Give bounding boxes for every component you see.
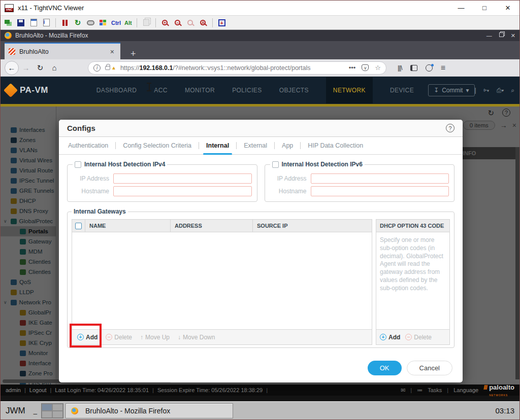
ipv4-detection-checkbox[interactable]: [75, 161, 81, 168]
ctrl-alt-del-icon[interactable]: [87, 20, 94, 25]
tasks-icon[interactable]: ≔: [417, 387, 422, 394]
messages-envelope-icon[interactable]: ✉: [401, 387, 405, 394]
sidebar-toggle-icon[interactable]: [410, 65, 417, 71]
connection-info-icon[interactable]: i: [43, 19, 50, 26]
connection-options-icon[interactable]: [30, 19, 37, 26]
save-session-icon[interactable]: [17, 19, 24, 26]
paloalto-favicon: [9, 48, 15, 55]
column-address[interactable]: ADDRESS: [171, 220, 253, 232]
page-actions-icon[interactable]: •••: [349, 64, 356, 72]
plus-icon: +: [77, 334, 84, 340]
ipv6-detection-checkbox[interactable]: [272, 161, 279, 168]
ipv4-hostname-input[interactable]: [113, 186, 252, 196]
pause-icon[interactable]: [60, 19, 70, 27]
firefox-titlebar: BruhloAlto - Mozilla Firefox — ✕: [1, 30, 519, 41]
tab-title: BruhloAlto: [19, 48, 108, 55]
tab-internal[interactable]: Internal: [205, 137, 230, 154]
cancel-button[interactable]: Cancel: [407, 361, 452, 375]
reload-button[interactable]: ↻: [33, 61, 47, 75]
alt-key-button[interactable]: Alt: [124, 20, 132, 26]
gateways-table-footer: +Add −Delete ↑Move Up ↓Move Down: [72, 329, 372, 344]
footer-user: admin: [6, 387, 21, 393]
firefox-restore-button[interactable]: [499, 32, 504, 37]
dialog-help-icon[interactable]: ?: [446, 124, 454, 132]
home-button[interactable]: ⌂: [47, 61, 61, 75]
pa-vm-page: PA-VM DASHBOARD ACC MONITOR POLICIES OBJ…: [1, 77, 519, 402]
new-connection-icon[interactable]: [4, 19, 13, 27]
nav-separator: |: [475, 87, 476, 94]
nav-monitor[interactable]: MONITOR: [185, 87, 215, 94]
vnc-minimize-button[interactable]: —: [449, 1, 473, 15]
language-link[interactable]: Language: [453, 387, 478, 393]
url-text[interactable]: https://192.168.0.1/?#network::vsys1::ne…: [120, 64, 349, 72]
account-icon[interactable]: [426, 64, 433, 72]
tab-authentication[interactable]: Authentication: [67, 137, 109, 154]
dhcp-option-placeholder[interactable]: Specify one or more sub-option codes (in…: [376, 232, 449, 329]
tab-app[interactable]: App: [281, 137, 294, 154]
page-info-icon[interactable]: i: [93, 64, 101, 72]
new-tab-button[interactable]: +: [127, 49, 139, 59]
configs-dialog: Configs ? Authentication Config Selectio…: [59, 120, 463, 382]
firefox-close-button[interactable]: ✕: [511, 32, 515, 39]
remote-desktop: BruhloAlto - Mozilla Firefox — ✕ BruhloA…: [1, 30, 519, 402]
pa-logo-icon: [4, 83, 18, 97]
ctrl-key-button[interactable]: Ctrl: [111, 20, 121, 26]
refresh-icon[interactable]: ↻: [73, 19, 82, 27]
tab-config-selection-criteria[interactable]: Config Selection Criteria: [122, 137, 192, 154]
ipv6-legend: Internal Host Detection IPv6: [282, 161, 363, 168]
paloalto-logo-icon: ///: [483, 384, 487, 391]
tab-hip-data-collection[interactable]: HIP Data Collection: [307, 137, 364, 154]
dhcp-delete-button: −Delete: [405, 334, 432, 341]
nav-objects[interactable]: OBJECTS: [279, 87, 309, 94]
ipv6-hostname-input[interactable]: [311, 186, 449, 196]
taskbar-firefox-task[interactable]: BruhloAlto - Mozilla Firefox: [66, 403, 233, 418]
vnc-maximize-button[interactable]: □: [473, 1, 496, 15]
search-icon[interactable]: ⌕: [511, 87, 514, 94]
dhcp-add-button[interactable]: +Add: [380, 334, 400, 341]
browser-tab[interactable]: BruhloAlto ×: [5, 43, 120, 59]
jwm-menu-button[interactable]: JWM: [2, 404, 29, 418]
nav-network[interactable]: NETWORK: [326, 77, 373, 103]
windows-key-icon[interactable]: [100, 20, 107, 26]
pocket-icon[interactable]: ∨: [362, 64, 369, 71]
file-transfer-icon: [143, 19, 149, 26]
internal-gateways-legend: Internal Gateways: [72, 208, 128, 215]
firefox-minimize-button[interactable]: —: [486, 32, 492, 39]
bookmark-star-icon[interactable]: ☆: [375, 64, 381, 72]
ipv4-ip-address-input[interactable]: [113, 173, 252, 184]
pa-logo-text: PA-VM: [20, 85, 48, 95]
pa-nav-bar: PA-VM DASHBOARD ACC MONITOR POLICIES OBJ…: [1, 77, 519, 104]
zoom-out-icon[interactable]: −: [175, 20, 180, 25]
hamburger-menu-icon[interactable]: ≡: [441, 63, 445, 73]
show-desktop-button[interactable]: _: [31, 407, 39, 414]
library-icon[interactable]: |||\: [398, 64, 402, 72]
logout-link[interactable]: Logout: [29, 387, 47, 393]
nav-device[interactable]: DEVICE: [390, 87, 414, 94]
ipv6-ip-address-input[interactable]: [311, 173, 449, 184]
url-bar[interactable]: i ▲ https://192.168.0.1/?#network::vsys1…: [88, 61, 386, 75]
nav-dashboard[interactable]: DASHBOARD: [96, 87, 137, 94]
zoom-in-icon[interactable]: +: [162, 20, 168, 25]
fullscreen-icon[interactable]: +: [218, 19, 225, 26]
nav-policies[interactable]: POLICIES: [232, 87, 262, 94]
select-all-checkbox[interactable]: [75, 223, 82, 229]
tab-external[interactable]: External: [243, 137, 268, 154]
column-name[interactable]: NAME: [85, 220, 171, 232]
tab-close-icon[interactable]: ×: [108, 48, 116, 56]
ok-button[interactable]: OK: [368, 361, 402, 375]
dhcp-panel-footer: +Add −Delete: [376, 329, 449, 344]
vnc-viewer-window: x11 - TightVNC Viewer — □ ✕ i ↻ Ctrl Alt…: [0, 0, 520, 420]
column-source-ip[interactable]: SOURCE IP: [253, 220, 372, 232]
commit-button[interactable]: ↧ Commit ▾: [428, 84, 474, 96]
tasks-link[interactable]: Tasks: [428, 387, 442, 393]
back-button[interactable]: ←: [5, 61, 19, 75]
vnc-close-button[interactable]: ✕: [496, 1, 519, 15]
zoom-auto-icon[interactable]: A: [200, 20, 206, 25]
gateways-add-button[interactable]: +Add: [77, 334, 98, 341]
arrow-down-icon: ↓: [178, 334, 181, 341]
workspace-pager[interactable]: [41, 403, 63, 418]
save-config-icon[interactable]: ⎙▾: [497, 87, 504, 94]
unlock-icon[interactable]: 🗝: [483, 87, 490, 94]
nav-acc[interactable]: ACC: [154, 87, 168, 94]
gateways-table: NAME ADDRESS SOURCE IP +Add −Delete ↑Mov: [72, 219, 372, 345]
